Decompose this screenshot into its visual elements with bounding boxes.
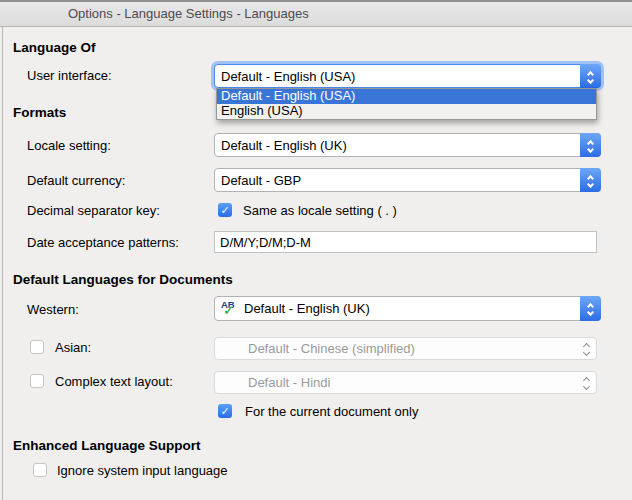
complex-text-layout-value: Default - Hindi (215, 375, 576, 390)
locale-setting-select[interactable]: Default - English (UK) (214, 133, 601, 157)
stepper-arrows-icon[interactable] (580, 168, 601, 192)
chevron-down-icon (583, 349, 590, 356)
options-dialog: Options - Language Settings - Languages … (0, 0, 632, 500)
stepper-arrows-icon (576, 337, 597, 361)
checkmark-icon: ✓ (223, 302, 235, 318)
complex-text-layout-label: Complex text layout: (55, 374, 173, 389)
ignore-system-input-checkbox[interactable] (33, 463, 47, 477)
complex-text-layout-select: Default - Hindi (214, 371, 597, 394)
date-patterns-label: Date acceptance patterns: (27, 235, 179, 250)
section-heading-default-languages: Default Languages for Documents (13, 272, 233, 287)
stepper-arrows-icon[interactable] (580, 64, 601, 88)
user-interface-dropdown-list: Default - English (USA) English (USA) (216, 88, 597, 120)
western-value: Default - English (UK) (241, 301, 580, 316)
stepper-arrows-icon[interactable] (580, 296, 601, 321)
chevron-down-icon (587, 145, 594, 152)
user-interface-select[interactable]: Default - English (USA) (214, 64, 601, 88)
current-document-only-label: For the current document only (245, 404, 418, 419)
window-titlebar: Options - Language Settings - Languages (0, 0, 632, 27)
chevron-down-icon (587, 309, 594, 316)
asian-checkbox[interactable] (30, 340, 44, 354)
user-interface-value: Default - English (USA) (215, 69, 580, 84)
stepper-arrows-icon (576, 371, 597, 395)
asian-label: Asian: (55, 340, 91, 355)
default-currency-select[interactable]: Default - GBP (214, 168, 601, 192)
asian-value: Default - Chinese (simplified) (215, 341, 576, 356)
window-title: Options - Language Settings - Languages (68, 6, 309, 21)
chevron-down-icon (587, 180, 594, 187)
default-currency-value: Default - GBP (215, 173, 580, 188)
section-heading-enhanced-support: Enhanced Language Support (13, 438, 201, 453)
western-label: Western: (27, 302, 79, 317)
locale-setting-label: Locale setting: (27, 138, 111, 153)
section-heading-formats: Formats (13, 105, 66, 120)
language-spellcheck-icon: AB ✓ (219, 299, 241, 319)
western-select[interactable]: AB ✓ Default - English (UK) (214, 296, 601, 321)
date-patterns-input[interactable] (214, 231, 597, 253)
default-currency-label: Default currency: (27, 173, 125, 188)
current-document-only-checkbox[interactable] (218, 404, 232, 418)
locale-setting-value: Default - English (UK) (215, 138, 580, 153)
asian-select: Default - Chinese (simplified) (214, 337, 597, 360)
complex-text-layout-checkbox[interactable] (30, 374, 44, 388)
decimal-separator-label: Decimal separator key: (27, 203, 160, 218)
panel-left-border (2, 27, 3, 500)
section-heading-language-of: Language Of (13, 40, 96, 55)
dropdown-option-selected[interactable]: Default - English (USA) (217, 89, 596, 104)
dropdown-option[interactable]: English (USA) (217, 104, 596, 119)
user-interface-label: User interface: (27, 68, 112, 83)
ignore-system-input-label: Ignore system input language (57, 463, 228, 478)
same-as-locale-checkbox[interactable] (218, 203, 232, 217)
same-as-locale-label: Same as locale setting ( . ) (243, 203, 397, 218)
chevron-down-icon (583, 383, 590, 390)
stepper-arrows-icon[interactable] (580, 133, 601, 157)
chevron-down-icon (587, 76, 594, 83)
